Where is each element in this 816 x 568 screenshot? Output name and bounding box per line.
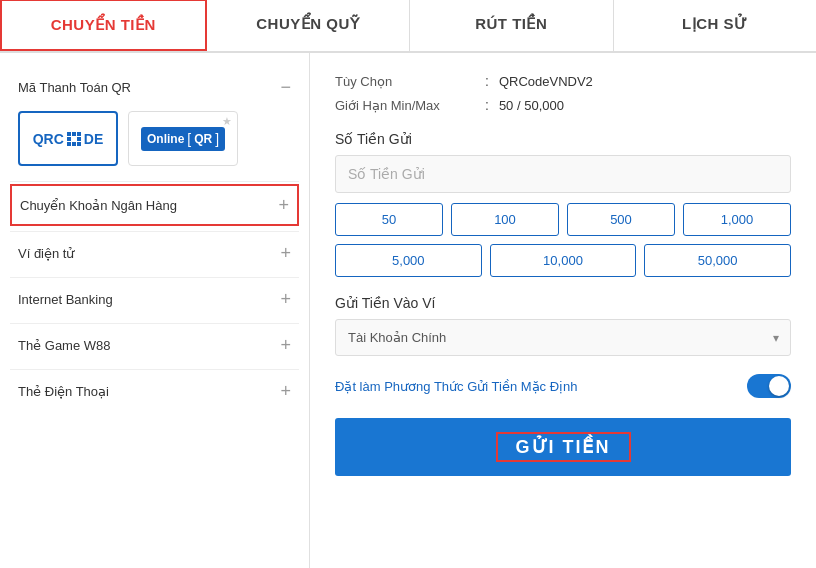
- sidebar-internet-banking-header[interactable]: Internet Banking +: [10, 280, 299, 318]
- sidebar-qr-collapse-icon: −: [280, 78, 291, 96]
- toggle-knob: [769, 376, 789, 396]
- amount-btn-1000[interactable]: 1,000: [683, 203, 791, 236]
- amount-btn-5000[interactable]: 5,000: [335, 244, 482, 277]
- nav-lich-su[interactable]: LỊCH SỬ: [614, 0, 817, 51]
- sidebar-the-dien-thoai-title: Thẻ Điện Thoại: [18, 384, 109, 399]
- tuy-chon-label: Tùy Chọn: [335, 74, 475, 89]
- amount-buttons-row1: 50 100 500 1,000: [335, 203, 791, 236]
- sidebar-the-game-expand-icon: +: [280, 336, 291, 354]
- sidebar-internet-banking-expand-icon: +: [280, 290, 291, 308]
- qrcode-logo: QRC DE: [33, 131, 104, 147]
- tuy-chon-colon: :: [485, 73, 489, 89]
- sidebar-vi-dien-tu-title: Ví điện tử: [18, 246, 74, 261]
- wallet-select[interactable]: Tài Khoản Chính: [335, 319, 791, 356]
- tuy-chon-value: QRCodeVNDV2: [499, 74, 593, 89]
- default-toggle-row: Đặt làm Phương Thức Gửi Tiền Mặc Định: [335, 374, 791, 398]
- wallet-select-wrapper: Tài Khoản Chính ▾: [335, 319, 791, 356]
- submit-btn-wrapper: GỬI TIỀN: [335, 418, 791, 476]
- gui-tien-button[interactable]: GỬI TIỀN: [335, 418, 791, 476]
- star-icon: ★: [222, 115, 232, 128]
- sidebar-chuyen-khoan-expand-icon: +: [278, 196, 289, 214]
- top-nav: CHUYỂN TIỀN CHUYỂN QUỸ RÚT TIỀN LỊCH SỬ: [0, 0, 816, 53]
- sidebar-chuyen-khoan-header[interactable]: Chuyển Khoản Ngân Hàng +: [10, 184, 299, 226]
- sidebar-qr-header[interactable]: Mã Thanh Toán QR −: [10, 68, 299, 106]
- sidebar-section-chuyen-khoan: Chuyển Khoản Ngân Hàng +: [10, 184, 299, 226]
- gioi-han-value: 50 / 50,000: [499, 98, 564, 113]
- sidebar-qr-cards: QRC DE Online [ QR ]: [10, 106, 299, 176]
- nav-chuyen-tien[interactable]: CHUYỂN TIỀN: [0, 0, 207, 51]
- nav-rut-tien[interactable]: RÚT TIỀN: [410, 0, 614, 51]
- sidebar-the-dien-thoai-header[interactable]: Thẻ Điện Thoại +: [10, 372, 299, 410]
- amount-btn-50000[interactable]: 50,000: [644, 244, 791, 277]
- sidebar-section-internet-banking: Internet Banking +: [10, 280, 299, 318]
- sidebar-vi-dien-tu-expand-icon: +: [280, 244, 291, 262]
- online-qr-logo: Online [ QR ]: [141, 127, 225, 151]
- gioi-han-colon: :: [485, 97, 489, 113]
- so-tien-gui-label: Số Tiền Gửi: [335, 131, 791, 147]
- sidebar-the-dien-thoai-expand-icon: +: [280, 382, 291, 400]
- amount-btn-10000[interactable]: 10,000: [490, 244, 637, 277]
- gui-tien-vao-vi-label: Gửi Tiền Vào Ví: [335, 295, 791, 311]
- qr-card-online[interactable]: Online [ QR ] ★: [128, 111, 238, 166]
- sidebar-internet-banking-title: Internet Banking: [18, 292, 113, 307]
- gui-tien-button-label: GỬI TIỀN: [496, 432, 631, 462]
- sidebar-qr-title: Mã Thanh Toán QR: [18, 80, 131, 95]
- tuy-chon-row: Tùy Chọn : QRCodeVNDV2: [335, 73, 791, 89]
- qr-card-qrcode[interactable]: QRC DE: [18, 111, 118, 166]
- default-toggle-switch[interactable]: [747, 374, 791, 398]
- nav-chuyen-quy[interactable]: CHUYỂN QUỸ: [207, 0, 411, 51]
- amount-buttons-row2: 5,000 10,000 50,000: [335, 244, 791, 277]
- default-toggle-label: Đặt làm Phương Thức Gửi Tiền Mặc Định: [335, 379, 578, 394]
- gioi-han-label: Giới Hạn Min/Max: [335, 98, 475, 113]
- amount-input[interactable]: [335, 155, 791, 193]
- amount-btn-50[interactable]: 50: [335, 203, 443, 236]
- sidebar-section-qr: Mã Thanh Toán QR − QRC DE: [10, 68, 299, 176]
- gioi-han-row: Giới Hạn Min/Max : 50 / 50,000: [335, 97, 791, 113]
- sidebar-section-the-game: Thẻ Game W88 +: [10, 326, 299, 364]
- sidebar-chuyen-khoan-title: Chuyển Khoản Ngân Hàng: [20, 198, 177, 213]
- sidebar-the-game-title: Thẻ Game W88: [18, 338, 111, 353]
- sidebar-section-the-dien-thoai: Thẻ Điện Thoại +: [10, 372, 299, 410]
- main-content: Tùy Chọn : QRCodeVNDV2 Giới Hạn Min/Max …: [310, 53, 816, 568]
- amount-btn-500[interactable]: 500: [567, 203, 675, 236]
- sidebar-the-game-header[interactable]: Thẻ Game W88 +: [10, 326, 299, 364]
- sidebar: Mã Thanh Toán QR − QRC DE: [0, 53, 310, 568]
- amount-btn-100[interactable]: 100: [451, 203, 559, 236]
- sidebar-vi-dien-tu-header[interactable]: Ví điện tử +: [10, 234, 299, 272]
- sidebar-section-vi-dien-tu: Ví điện tử +: [10, 234, 299, 272]
